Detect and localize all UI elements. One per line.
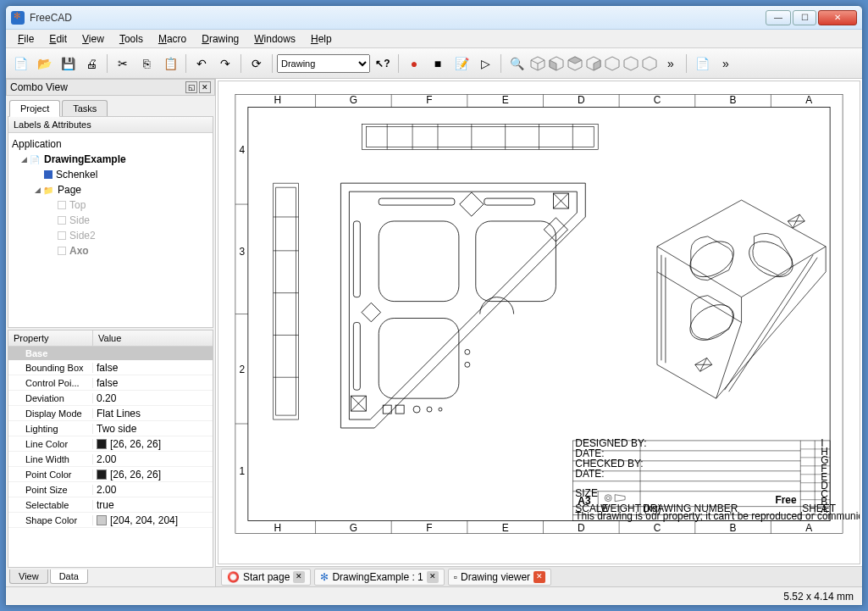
- svg-text:2: 2: [240, 364, 246, 375]
- prop-col-value[interactable]: Value: [93, 330, 126, 346]
- whatsthis-button[interactable]: ↖?: [372, 53, 394, 75]
- tab-data[interactable]: Data: [50, 569, 88, 584]
- copy-button[interactable]: ⎘: [135, 53, 158, 75]
- gear-icon: ✻: [320, 571, 329, 583]
- view-iso-button[interactable]: [529, 55, 546, 72]
- menu-file[interactable]: File: [11, 31, 41, 47]
- view-right-button[interactable]: [585, 55, 602, 72]
- menu-tools[interactable]: Tools: [113, 31, 150, 47]
- prop-group-base[interactable]: Base: [8, 347, 213, 360]
- property-row[interactable]: Point Size2.00: [8, 482, 213, 497]
- view-top-button[interactable]: [567, 55, 583, 72]
- view-left-button[interactable]: [641, 55, 658, 72]
- print-button[interactable]: 🖨: [80, 53, 102, 75]
- doc-tab-start[interactable]: ⭕Start page✕: [221, 569, 311, 586]
- page-icon: ▫: [454, 571, 457, 583]
- svg-marker-5: [550, 60, 556, 70]
- prop-col-property[interactable]: Property: [8, 330, 93, 346]
- titlebar[interactable]: FreeCAD — ☐ ✕: [6, 6, 862, 30]
- svg-marker-11: [624, 57, 638, 70]
- menu-macro[interactable]: Macro: [152, 31, 193, 47]
- zoom-fit-button[interactable]: 🔍: [506, 53, 528, 75]
- svg-text:E: E: [502, 522, 509, 534]
- tree-item-schenkel[interactable]: Schenkel: [12, 167, 209, 182]
- doc-tab-example[interactable]: ✻DrawingExample : 1✕: [314, 569, 444, 586]
- menu-view[interactable]: View: [75, 31, 111, 47]
- paste-button[interactable]: 📋: [159, 53, 181, 75]
- cut-button[interactable]: ✂: [112, 53, 134, 75]
- panel-close-button[interactable]: ✕: [199, 81, 211, 93]
- property-row[interactable]: Selectabletrue: [8, 497, 213, 513]
- tree-item-side[interactable]: Side: [12, 213, 209, 228]
- tree-document[interactable]: ◢📄DrawingExample: [12, 152, 209, 167]
- tree-item-top[interactable]: Top: [12, 197, 209, 213]
- doc-tab-viewer[interactable]: ▫Drawing viewer✕: [448, 569, 551, 586]
- property-row[interactable]: Line Width2.00: [8, 452, 213, 467]
- stop-macro-button[interactable]: ■: [427, 53, 449, 75]
- svg-text:D: D: [578, 94, 585, 106]
- svg-text:C: C: [654, 94, 661, 106]
- tree-item-axo[interactable]: Axo: [12, 243, 209, 258]
- svg-marker-12: [643, 57, 656, 70]
- tree-root[interactable]: Application: [12, 136, 209, 152]
- toolbar-overflow-2[interactable]: »: [715, 53, 737, 75]
- menu-help[interactable]: Help: [304, 31, 339, 47]
- save-button[interactable]: 💾: [57, 53, 79, 75]
- open-button[interactable]: 📂: [33, 53, 55, 75]
- svg-marker-9: [594, 60, 600, 70]
- svg-text:B: B: [730, 522, 737, 534]
- property-row[interactable]: Deviation0.20: [8, 391, 213, 406]
- svg-text:1: 1: [240, 465, 246, 477]
- svg-text:DATE:: DATE:: [575, 468, 604, 480]
- play-macro-button[interactable]: ▷: [474, 53, 496, 75]
- close-tab-icon[interactable]: ✕: [427, 571, 439, 583]
- close-tab-icon[interactable]: ✕: [293, 571, 305, 583]
- workbench-select[interactable]: Drawing: [277, 54, 370, 73]
- view-front-button[interactable]: [548, 55, 565, 72]
- svg-text:4: 4: [240, 144, 246, 156]
- view-rear-button[interactable]: [604, 55, 621, 72]
- record-macro-button[interactable]: ●: [403, 53, 425, 75]
- new-button[interactable]: 📄: [9, 53, 31, 75]
- view-bottom-button[interactable]: [622, 55, 639, 72]
- property-row[interactable]: Point Color[26, 26, 26]: [8, 467, 213, 482]
- undock-button[interactable]: ◱: [185, 81, 197, 93]
- view-icon: [58, 201, 66, 209]
- maximize-button[interactable]: ☐: [793, 10, 816, 25]
- svg-line-1: [531, 60, 538, 64]
- property-row[interactable]: Shape Color[204, 204, 204]: [8, 513, 213, 528]
- tab-project[interactable]: Project: [9, 100, 60, 117]
- svg-text:H: H: [274, 94, 281, 106]
- property-row[interactable]: Bounding Boxfalse: [8, 360, 213, 375]
- minimize-button[interactable]: —: [766, 10, 791, 25]
- menu-edit[interactable]: Edit: [42, 31, 74, 47]
- refresh-button[interactable]: ⟳: [246, 53, 268, 75]
- property-row[interactable]: LightingTwo side: [8, 421, 213, 436]
- edit-macro-button[interactable]: 📝: [451, 53, 473, 75]
- svg-text:A: A: [805, 522, 812, 534]
- redo-button[interactable]: ↷: [214, 53, 236, 75]
- drawing-canvas[interactable]: HGFEDCBA HGFEDCBA 4321: [218, 81, 860, 564]
- home-icon: ⭕: [227, 571, 240, 583]
- property-row[interactable]: Display ModeFlat Lines: [8, 406, 213, 421]
- svg-text:B: B: [730, 94, 737, 106]
- svg-text:C: C: [654, 522, 661, 534]
- combo-view-header[interactable]: Combo View ◱ ✕: [6, 79, 215, 96]
- undo-button[interactable]: ↶: [191, 53, 213, 75]
- menu-windows[interactable]: Windows: [247, 31, 302, 47]
- toolbar-overflow-1[interactable]: »: [660, 53, 682, 75]
- property-row[interactable]: Control Poi...false: [8, 375, 213, 391]
- menu-drawing[interactable]: Drawing: [195, 31, 246, 47]
- tree-item-page[interactable]: ◢📁Page: [12, 182, 209, 197]
- window-title: FreeCAD: [30, 12, 766, 24]
- tab-tasks[interactable]: Tasks: [62, 100, 108, 116]
- close-tab-icon[interactable]: ✕: [534, 571, 545, 583]
- property-row[interactable]: Line Color[26, 26, 26]: [8, 436, 213, 452]
- new-page-button[interactable]: 📄: [691, 53, 713, 75]
- tree-item-side2[interactable]: Side2: [12, 228, 209, 243]
- tab-view[interactable]: View: [9, 569, 48, 584]
- svg-rect-13: [235, 95, 843, 534]
- tree-panel: Labels & Attributes Application ◢📄Drawin…: [8, 116, 213, 328]
- close-button[interactable]: ✕: [818, 10, 857, 25]
- statusbar: 5.52 x 4.14 mm: [6, 586, 862, 605]
